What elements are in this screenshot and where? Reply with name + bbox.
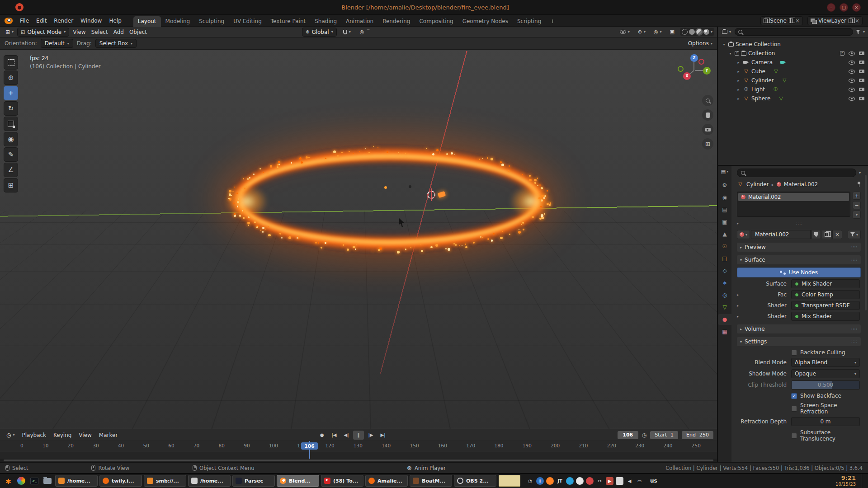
socket-expand-icon[interactable] xyxy=(737,314,743,319)
scene-browse-icon[interactable] xyxy=(764,19,768,23)
proportional-edit-toggle[interactable]: ◎⌒ xyxy=(357,28,374,37)
annotate-tool[interactable]: ✎ xyxy=(4,147,18,162)
shadow-mode-dropdown[interactable]: Opaque xyxy=(791,369,860,378)
hide-viewport-eye-icon[interactable] xyxy=(849,61,855,65)
task-home-1[interactable]: /home... xyxy=(55,475,98,487)
timeline-menu[interactable]: View xyxy=(75,432,95,438)
material-name-field[interactable]: Material.002 xyxy=(751,230,811,239)
scene-selector[interactable]: Scene × xyxy=(760,16,803,25)
editor-type-button[interactable]: ⊞ xyxy=(3,28,16,37)
clip-threshold-slider[interactable]: 0.500 xyxy=(791,380,860,389)
particles-tab[interactable]: ∗ xyxy=(718,277,731,288)
timeline-scrollbar[interactable] xyxy=(0,459,717,462)
ortho-grid-icon[interactable]: ⊞ xyxy=(702,138,713,150)
clock[interactable]: 9:21 10/15/23 xyxy=(835,474,858,487)
show-object-types-dropdown[interactable] xyxy=(617,28,632,37)
cursor-tool[interactable]: ⊕ xyxy=(4,70,18,85)
properties-editor-type-button[interactable]: ▤ xyxy=(721,169,728,174)
pinwheel-app-icon[interactable] xyxy=(16,475,27,486)
disable-render-camera-icon[interactable] xyxy=(859,97,864,100)
selectable-checkbox[interactable] xyxy=(840,51,844,56)
pin-icon[interactable] xyxy=(857,182,861,187)
timeline-editor-type-button[interactable]: ◷ xyxy=(4,431,18,440)
tray-volume-icon[interactable]: ◀ xyxy=(626,477,633,485)
show-gizmo-toggle[interactable]: ⊕ xyxy=(635,28,648,37)
tray-screenshot-icon[interactable]: ◔ xyxy=(526,477,534,485)
add-slot-button[interactable]: + xyxy=(853,192,861,200)
scale-tool[interactable] xyxy=(4,117,18,131)
timeline-channel-area[interactable] xyxy=(0,452,717,459)
properties-search-input[interactable] xyxy=(737,169,856,177)
measure-tool[interactable]: ∠ xyxy=(4,163,18,177)
collection-checkbox[interactable] xyxy=(735,51,739,56)
terminal-app-icon[interactable]: >_ xyxy=(29,475,40,486)
hide-viewport-eye-icon[interactable] xyxy=(849,88,855,92)
gizmo-x-negative[interactable] xyxy=(698,59,704,65)
shader-socket-value[interactable]: Color Ramp xyxy=(791,290,860,299)
blender-logo-icon[interactable] xyxy=(5,18,13,24)
task-blender[interactable]: Blend... xyxy=(277,475,319,487)
blend-mode-dropdown[interactable]: Alpha Blend xyxy=(791,358,860,367)
tray-jt-icon[interactable]: JT xyxy=(556,477,564,485)
task-obs[interactable]: OBS 2... xyxy=(454,475,496,487)
settings-section-header[interactable]: Settings ∷∷ xyxy=(737,337,861,346)
outliner-item-camera[interactable]: Camera xyxy=(718,58,868,67)
remove-slot-button[interactable]: − xyxy=(853,201,861,209)
expand-icon[interactable] xyxy=(736,70,741,74)
expand-icon[interactable] xyxy=(736,97,741,101)
add-cube-tool[interactable]: ⊞ xyxy=(4,178,18,192)
outliner-item-cube[interactable]: Cube xyxy=(718,67,868,76)
tray-telegram-icon[interactable] xyxy=(566,477,574,485)
tray-clipboard-icon[interactable] xyxy=(616,477,623,485)
task-amalie[interactable]: Amalie... xyxy=(365,475,408,487)
transform-tool[interactable]: ◉ xyxy=(4,132,18,146)
properties-scrollbar[interactable] xyxy=(865,175,867,310)
list-resize-grip[interactable]: ∷∷ xyxy=(739,221,861,226)
move-tool[interactable]: + xyxy=(4,86,18,100)
workspace-tab[interactable]: Animation xyxy=(341,16,378,27)
shader-socket-value[interactable]: Mix Shader xyxy=(791,312,860,321)
workspace-tab[interactable]: Layout xyxy=(133,16,161,27)
zoom-icon[interactable] xyxy=(702,95,713,106)
show-desktop-edge[interactable] xyxy=(862,474,865,488)
jump-to-end-button[interactable]: ▶| xyxy=(377,431,388,440)
task-smb[interactable]: smb://... xyxy=(144,475,186,487)
texture-tab[interactable]: ▦ xyxy=(718,326,731,337)
tray-scissors-icon[interactable]: ✂ xyxy=(596,477,604,485)
tray-firefox-icon[interactable] xyxy=(546,477,554,485)
outliner-item-scene-collection[interactable]: Scene Collection xyxy=(718,40,868,49)
view-layer-new-icon[interactable] xyxy=(849,19,853,23)
expand-icon[interactable] xyxy=(722,42,726,47)
subsurface-translucency-checkbox[interactable] xyxy=(791,433,797,439)
chevron-down-icon[interactable] xyxy=(859,171,861,175)
end-frame-field[interactable]: End 250 xyxy=(682,431,713,439)
view-layer-selector[interactable]: ViewLayer × xyxy=(807,16,863,25)
view-layer-remove-icon[interactable]: × xyxy=(855,18,859,24)
task-browser[interactable]: (38) To... xyxy=(321,475,363,487)
tray-chrome-icon[interactable] xyxy=(576,477,584,485)
disable-render-camera-icon[interactable] xyxy=(859,61,864,64)
file-manager-icon[interactable] xyxy=(42,475,53,486)
world-tab[interactable]: ☉ xyxy=(718,241,731,252)
maximize-button[interactable]: ▢ xyxy=(840,3,848,12)
playhead-frame-chip[interactable]: 106 xyxy=(301,442,318,450)
socket-expand-icon[interactable] xyxy=(737,304,743,308)
workspace-tab[interactable]: Modeling xyxy=(161,16,195,27)
camera-view-icon[interactable] xyxy=(702,124,713,135)
viewport-3d[interactable]: fps: 24 (106) Collection | Cylinder ⊕+↻◉… xyxy=(0,50,717,429)
viewport-menu[interactable]: Select xyxy=(89,28,111,37)
menubar-menu[interactable]: Edit xyxy=(33,15,50,27)
outliner-item-cylinder[interactable]: Cylinder xyxy=(718,76,868,85)
shader-socket-value[interactable]: Mix Shader xyxy=(791,279,860,288)
outliner-item-sphere[interactable]: Sphere xyxy=(718,94,868,103)
rotate-tool[interactable]: ↻ xyxy=(4,101,18,116)
anim-player-status[interactable]: ⊗ Anim Player xyxy=(407,465,446,471)
slot-specials-button[interactable] xyxy=(853,211,861,219)
jump-to-start-button[interactable]: |◀ xyxy=(329,431,340,440)
tray-media-icon[interactable]: ▶ xyxy=(606,477,613,485)
expand-icon[interactable] xyxy=(736,79,741,83)
current-frame-field[interactable]: 106 xyxy=(618,431,638,439)
keyboard-layout-indicator[interactable]: us xyxy=(650,478,657,484)
mode-dropdown[interactable]: ◱ Object Mode xyxy=(17,28,69,37)
timeline-menu[interactable]: Keying xyxy=(50,432,75,438)
